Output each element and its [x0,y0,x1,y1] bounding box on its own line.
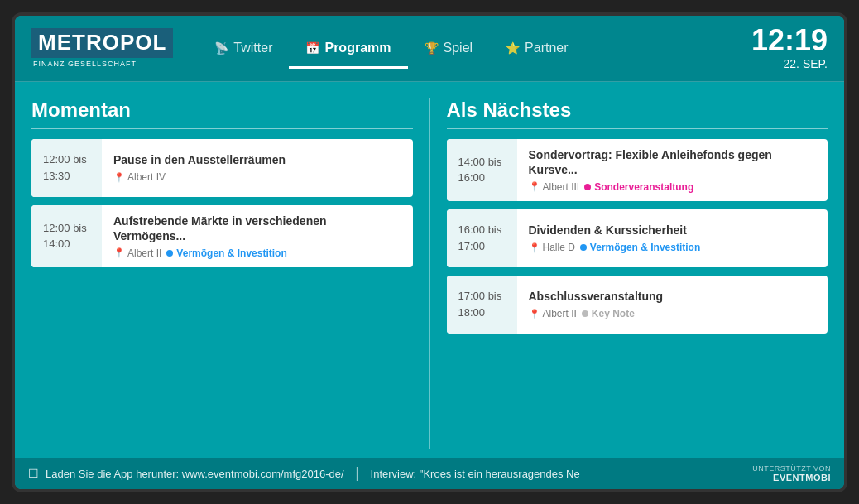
time-to: 13:30 [43,168,90,185]
event-card[interactable]: 17:00 bis 18:00 Abschlussveranstaltung 📍… [447,276,828,334]
location-text: Albert IV [127,171,166,183]
event-title: Abschlussveranstaltung [529,289,817,304]
section-momentan-title: Momentan [31,98,413,129]
time-to: 14:00 [43,236,90,252]
event-time: 17:00 bis 18:00 [447,276,517,334]
main-content: Momentan 12:00 bis 13:30 Pause in den Au… [15,82,844,458]
event-location: 📍 Albert III [529,181,580,193]
event-location: 📍 Albert II [113,247,161,259]
navigation: 📡 Twitter 📅 Programm 🏆 Spiel ⭐ Partner [198,34,751,62]
footer-text2: Interview: "Kroes ist ein herausragendes… [371,468,580,480]
logo: METROPOL FINANZ GESELLSCHAFT [31,28,173,67]
event-card[interactable]: 12:00 bis 14:00 Aufstrebende Märkte in v… [31,205,413,267]
time-from: 17:00 bis [458,288,506,305]
nav-item-spiel[interactable]: 🏆 Spiel [408,34,490,62]
event-meta: 📍 Albert III Sonderveranstaltung [529,181,817,193]
tag-dot [166,250,173,257]
tag-dot [580,244,587,251]
time-from: 16:00 bis [458,222,506,238]
event-time: 14:00 bis 16:00 [447,139,517,201]
nav-label-twitter: Twitter [233,41,272,55]
footer-text1: Laden Sie die App herunter: www.eventmob… [46,468,344,480]
nav-item-twitter[interactable]: 📡 Twitter [198,34,289,62]
header: METROPOL FINANZ GESELLSCHAFT 📡 Twitter 📅… [15,16,844,82]
time-to: 16:00 [458,170,506,186]
tag-label: Key Note [592,308,635,319]
section-momentan: Momentan 12:00 bis 13:30 Pause in den Au… [31,98,413,449]
event-info: Dividenden & Kurssicherheit 📍 Halle D Ve… [517,209,828,267]
footer-divider: | [355,464,359,481]
event-time: 12:00 bis 14:00 [31,205,102,267]
event-info: Abschlussveranstaltung 📍 Albert II Key N… [517,276,828,334]
nav-label-spiel: Spiel [444,41,473,55]
section-naechstes-title: Als Nächstes [447,98,828,129]
event-info: Pause in den Ausstellerräumen 📍 Albert I… [102,139,413,197]
time-from: 12:00 bis [43,220,90,237]
location-text: Albert II [543,308,577,319]
event-tag: Vermögen & Investition [166,247,286,259]
event-card[interactable]: 14:00 bis 16:00 Sondervortrag: Flexible … [447,139,828,201]
tag-label: Vermögen & Investition [590,242,700,253]
footer-sponsor: UNTERSTÜTZT VON Eventmobi [752,464,831,482]
event-card[interactable]: 12:00 bis 13:30 Pause in den Ausstellerr… [31,139,413,197]
tag-dot [584,184,591,190]
sponsor-name: Eventmobi [773,473,831,482]
event-tag: Key Note [582,308,635,319]
pin-icon: 📍 [529,242,540,253]
tag-label: Sonderveranstaltung [594,181,693,193]
mobile-icon: ☐ [28,467,39,480]
section-naechstes: Als Nächstes 14:00 bis 16:00 Sondervortr… [447,98,828,449]
location-text: Albert II [127,247,161,259]
event-info: Sondervortrag: Flexible Anleihefonds geg… [517,139,828,201]
nav-item-partner[interactable]: ⭐ Partner [489,34,584,62]
pin-icon: 📍 [113,247,125,258]
partner-icon: ⭐ [506,41,520,55]
event-title: Aufstrebende Märkte in verschiedenen Ver… [113,214,401,243]
location-text: Halle D [543,242,575,253]
event-title: Pause in den Ausstellerräumen [113,152,401,167]
sponsor-label: UNTERSTÜTZT VON [752,464,831,473]
event-tag: Vermögen & Investition [580,242,700,253]
event-meta: 📍 Albert IV [113,171,401,183]
time-to: 17:00 [458,238,506,255]
nav-item-programm[interactable]: 📅 Programm [289,34,407,62]
event-meta: 📍 Halle D Vermögen & Investition [529,242,817,253]
event-tag: Sonderveranstaltung [584,181,693,193]
nav-label-partner: Partner [525,41,568,55]
twitter-icon: 📡 [214,41,228,55]
event-meta: 📍 Albert II Vermögen & Investition [113,247,401,259]
pin-icon: 📍 [529,309,540,319]
footer: ☐ Laden Sie die App herunter: www.eventm… [15,458,844,489]
event-title: Dividenden & Kurssicherheit [529,223,817,238]
event-info: Aufstrebende Märkte in verschiedenen Ver… [102,205,413,267]
location-text: Albert III [543,181,580,193]
event-location: 📍 Halle D [529,242,575,253]
programm-icon: 📅 [305,41,319,55]
logo-subtitle: FINANZ GESELLSCHAFT [31,60,173,68]
time-from: 14:00 bis [458,154,506,170]
pin-icon: 📍 [529,181,540,192]
tag-label: Vermögen & Investition [176,247,286,259]
spiel-icon: 🏆 [425,41,439,55]
time-to: 18:00 [458,305,506,321]
footer-text: Laden Sie die App herunter: www.eventmob… [46,464,742,482]
clock: 12:19 22. SEP. [751,26,828,70]
event-time: 12:00 bis 13:30 [31,139,102,197]
pin-icon: 📍 [113,172,125,183]
event-card[interactable]: 16:00 bis 17:00 Dividenden & Kurssicherh… [447,209,828,267]
event-meta: 📍 Albert II Key Note [529,308,817,319]
clock-date: 22. SEP. [751,57,828,70]
event-location: 📍 Albert II [529,308,577,319]
event-location: 📍 Albert IV [113,171,166,183]
event-time: 16:00 bis 17:00 [447,209,517,267]
section-divider [430,98,430,449]
event-cards-next: 14:00 bis 16:00 Sondervortrag: Flexible … [447,139,828,334]
time-from: 12:00 bis [43,151,90,168]
screen: METROPOL FINANZ GESELLSCHAFT 📡 Twitter 📅… [12,12,847,492]
event-cards-current: 12:00 bis 13:30 Pause in den Ausstellerr… [31,139,413,267]
tag-dot [582,310,588,317]
event-title: Sondervortrag: Flexible Anleihefonds geg… [529,147,817,177]
logo-brand: METROPOL [31,28,173,57]
nav-label-programm: Programm [324,41,391,55]
clock-time: 12:19 [751,26,828,55]
